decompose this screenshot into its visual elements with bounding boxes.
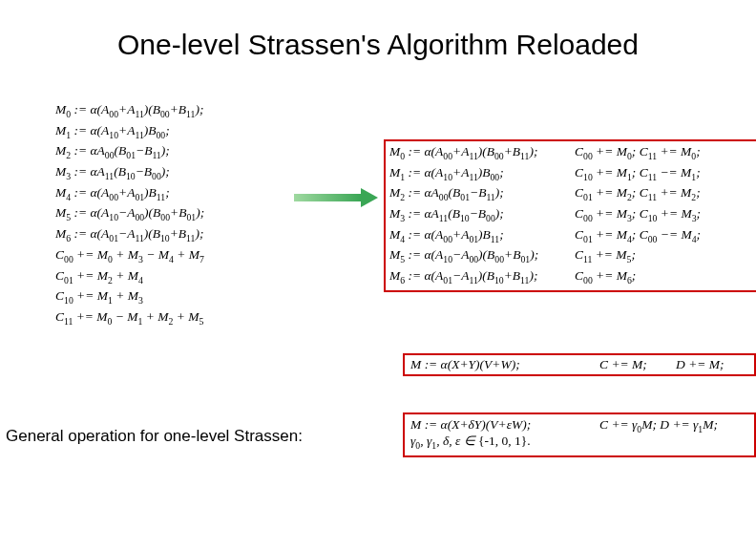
general-box-full: M := α(X+δY)(V+εW); γ0, γ1, δ, ε ∈ {-1, … bbox=[403, 412, 756, 457]
r-c3: C00 += M3; C10 += M3; bbox=[575, 205, 754, 226]
eq-m3: M3 := αA11(B10−B00); bbox=[55, 163, 204, 184]
gen-full-left: M := α(X+δY)(V+εW); γ0, γ1, δ, ε ∈ {-1, … bbox=[410, 416, 599, 454]
r-c2: C01 += M2; C11 += M2; bbox=[575, 184, 754, 205]
general-box-simple: M := α(X+Y)(V+W); C += M; D += M; bbox=[403, 353, 756, 376]
eq-m4: M4 := α(A00+A01)B11; bbox=[55, 184, 204, 205]
arrow-icon bbox=[294, 188, 378, 207]
eq-m2: M2 := αA00(B01−B11); bbox=[55, 142, 204, 163]
gen-m: M := α(X+Y)(V+W); bbox=[410, 357, 599, 372]
r-c4: C01 += M4; C00 −= M4; bbox=[575, 226, 754, 247]
svg-rect-0 bbox=[294, 194, 361, 201]
eq-m0: M0 := α(A00+A11)(B00+B11); bbox=[55, 101, 204, 122]
r-eq-m5: M5 := α(A10−A00)(B00+B01); bbox=[389, 246, 575, 267]
r-eq-m4: M4 := α(A00+A01)B11; bbox=[389, 226, 575, 247]
gen-c: C += M; bbox=[599, 357, 676, 372]
gen-full-dom: γ0, γ1, δ, ε ∈ {-1, 0, 1}. bbox=[410, 433, 599, 454]
eq-c10: C10 += M1 + M3 bbox=[55, 287, 204, 308]
r-c0: C00 += M0; C11 += M0; bbox=[575, 143, 754, 164]
page-title: One-level Strassen's Algorithm Reloaded bbox=[0, 29, 756, 61]
gen-d: D += M; bbox=[676, 357, 748, 372]
r-c6: C00 += M6; bbox=[575, 267, 754, 288]
eq-m6: M6 := α(A01−A11)(B10+B11); bbox=[55, 225, 204, 246]
r-eq-m1: M1 := α(A10+A11)B00; bbox=[389, 164, 575, 185]
r-eq-m6: M6 := α(A01−A11)(B10+B11); bbox=[389, 267, 575, 288]
eq-c00: C00 += M0 + M3 − M4 + M7 bbox=[55, 246, 204, 267]
gen-full-right: C += γ0M; D += γ1M; bbox=[599, 416, 748, 454]
right-equations-box: M0 := α(A00+A11)(B00+B11); M1 := α(A10+A… bbox=[384, 139, 756, 292]
right-col-m: M0 := α(A00+A11)(B00+B11); M1 := α(A10+A… bbox=[389, 143, 575, 288]
general-label: General operation for one-level Strassen… bbox=[6, 427, 303, 446]
gen-full-m: M := α(X+δY)(V+εW); bbox=[410, 416, 599, 433]
r-eq-m0: M0 := α(A00+A11)(B00+B11); bbox=[389, 143, 575, 164]
eq-c11: C11 += M0 − M1 + M2 + M5 bbox=[55, 308, 204, 329]
right-col-c: C00 += M0; C11 += M0; C10 += M1; C11 −= … bbox=[575, 143, 754, 288]
r-eq-m3: M3 := αA11(B10−B00); bbox=[389, 205, 575, 226]
eq-m1: M1 := α(A10+A11)B00; bbox=[55, 122, 204, 143]
r-c5: C11 += M5; bbox=[575, 246, 754, 267]
gen-full-cd: C += γ0M; D += γ1M; bbox=[599, 416, 748, 437]
left-equations: M0 := α(A00+A11)(B00+B11); M1 := α(A10+A… bbox=[55, 101, 204, 329]
svg-marker-1 bbox=[361, 188, 378, 207]
r-eq-m2: M2 := αA00(B01−B11); bbox=[389, 184, 575, 205]
eq-c01: C01 += M2 + M4 bbox=[55, 267, 204, 288]
eq-m5: M5 := α(A10−A00)(B00+B01); bbox=[55, 204, 204, 225]
r-c1: C10 += M1; C11 −= M1; bbox=[575, 164, 754, 185]
